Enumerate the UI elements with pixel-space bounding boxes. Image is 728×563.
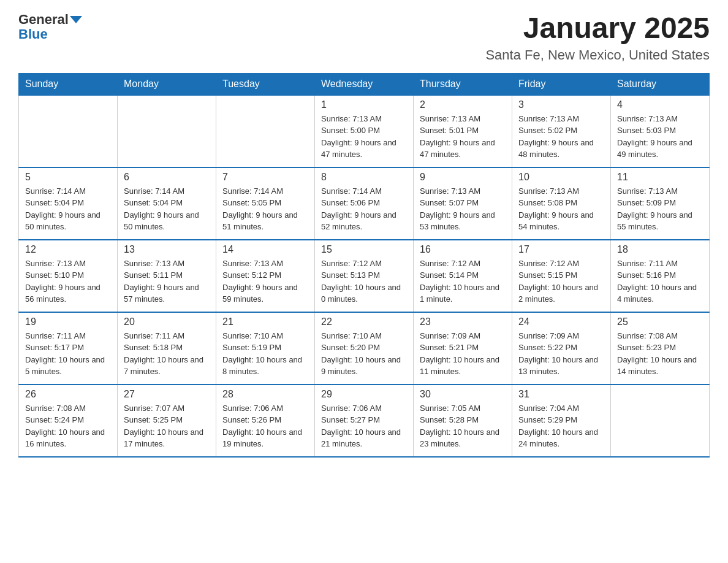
day-info: Sunrise: 7:12 AM Sunset: 5:14 PM Dayligh… bbox=[420, 258, 506, 305]
calendar-cell: 28Sunrise: 7:06 AM Sunset: 5:26 PM Dayli… bbox=[216, 385, 315, 457]
day-info: Sunrise: 7:13 AM Sunset: 5:09 PM Dayligh… bbox=[617, 185, 703, 233]
day-info: Sunrise: 7:12 AM Sunset: 5:13 PM Dayligh… bbox=[321, 258, 407, 305]
day-number: 19 bbox=[25, 316, 111, 327]
day-number: 26 bbox=[25, 389, 111, 400]
calendar-cell: 9Sunrise: 7:13 AM Sunset: 5:07 PM Daylig… bbox=[414, 167, 512, 240]
calendar-week-1: 1Sunrise: 7:13 AM Sunset: 5:00 PM Daylig… bbox=[19, 95, 710, 167]
day-info: Sunrise: 7:13 AM Sunset: 5:10 PM Dayligh… bbox=[25, 258, 111, 305]
calendar-header-tuesday: Tuesday bbox=[216, 73, 315, 95]
calendar-cell: 5Sunrise: 7:14 AM Sunset: 5:04 PM Daylig… bbox=[19, 167, 118, 240]
day-number: 7 bbox=[222, 172, 308, 183]
calendar-cell: 25Sunrise: 7:08 AM Sunset: 5:23 PM Dayli… bbox=[611, 312, 710, 385]
day-number: 13 bbox=[124, 244, 210, 255]
calendar-cell: 7Sunrise: 7:14 AM Sunset: 5:05 PM Daylig… bbox=[216, 167, 315, 240]
logo-arrow-icon bbox=[70, 16, 82, 23]
location-title: Santa Fe, New Mexico, United States bbox=[485, 47, 710, 63]
day-info: Sunrise: 7:13 AM Sunset: 5:02 PM Dayligh… bbox=[518, 113, 604, 161]
calendar-cell: 14Sunrise: 7:13 AM Sunset: 5:12 PM Dayli… bbox=[216, 240, 315, 312]
calendar-cell: 22Sunrise: 7:10 AM Sunset: 5:20 PM Dayli… bbox=[315, 312, 414, 385]
day-number: 25 bbox=[617, 316, 703, 327]
calendar-cell: 26Sunrise: 7:08 AM Sunset: 5:24 PM Dayli… bbox=[19, 385, 118, 457]
calendar-week-4: 19Sunrise: 7:11 AM Sunset: 5:17 PM Dayli… bbox=[19, 312, 710, 385]
calendar-cell: 16Sunrise: 7:12 AM Sunset: 5:14 PM Dayli… bbox=[414, 240, 512, 312]
calendar-cell: 11Sunrise: 7:13 AM Sunset: 5:09 PM Dayli… bbox=[611, 167, 710, 240]
calendar-cell bbox=[118, 95, 216, 167]
calendar-cell bbox=[611, 385, 710, 457]
day-number: 5 bbox=[25, 172, 111, 183]
day-number: 17 bbox=[518, 244, 604, 255]
page-header: General Blue January 2025 Santa Fe, New … bbox=[18, 12, 710, 63]
calendar-cell bbox=[19, 95, 118, 167]
calendar-cell: 29Sunrise: 7:06 AM Sunset: 5:27 PM Dayli… bbox=[315, 385, 414, 457]
calendar-cell: 8Sunrise: 7:14 AM Sunset: 5:06 PM Daylig… bbox=[315, 167, 414, 240]
day-info: Sunrise: 7:06 AM Sunset: 5:26 PM Dayligh… bbox=[222, 402, 308, 450]
calendar-cell: 21Sunrise: 7:10 AM Sunset: 5:19 PM Dayli… bbox=[216, 312, 315, 385]
day-number: 15 bbox=[321, 244, 407, 255]
day-number: 27 bbox=[124, 389, 210, 400]
calendar-week-2: 5Sunrise: 7:14 AM Sunset: 5:04 PM Daylig… bbox=[19, 167, 710, 240]
month-title: January 2025 bbox=[485, 12, 710, 45]
day-info: Sunrise: 7:08 AM Sunset: 5:24 PM Dayligh… bbox=[25, 402, 111, 450]
calendar-cell: 4Sunrise: 7:13 AM Sunset: 5:03 PM Daylig… bbox=[611, 95, 710, 167]
day-info: Sunrise: 7:13 AM Sunset: 5:12 PM Dayligh… bbox=[222, 258, 308, 305]
day-number: 2 bbox=[420, 99, 506, 110]
calendar-cell: 27Sunrise: 7:07 AM Sunset: 5:25 PM Dayli… bbox=[118, 385, 216, 457]
calendar-cell: 10Sunrise: 7:13 AM Sunset: 5:08 PM Dayli… bbox=[512, 167, 611, 240]
logo-general-text: General bbox=[18, 12, 69, 27]
calendar-cell: 18Sunrise: 7:11 AM Sunset: 5:16 PM Dayli… bbox=[611, 240, 710, 312]
day-info: Sunrise: 7:10 AM Sunset: 5:20 PM Dayligh… bbox=[321, 330, 407, 378]
day-number: 18 bbox=[617, 244, 703, 255]
calendar-cell: 17Sunrise: 7:12 AM Sunset: 5:15 PM Dayli… bbox=[512, 240, 611, 312]
calendar-header-row: SundayMondayTuesdayWednesdayThursdayFrid… bbox=[19, 73, 710, 95]
day-info: Sunrise: 7:11 AM Sunset: 5:17 PM Dayligh… bbox=[25, 330, 111, 378]
day-info: Sunrise: 7:12 AM Sunset: 5:15 PM Dayligh… bbox=[518, 258, 604, 305]
calendar-header-friday: Friday bbox=[512, 73, 611, 95]
day-info: Sunrise: 7:13 AM Sunset: 5:03 PM Dayligh… bbox=[617, 113, 703, 161]
day-number: 21 bbox=[222, 316, 308, 327]
calendar-cell: 3Sunrise: 7:13 AM Sunset: 5:02 PM Daylig… bbox=[512, 95, 611, 167]
day-number: 12 bbox=[25, 244, 111, 255]
day-info: Sunrise: 7:13 AM Sunset: 5:07 PM Dayligh… bbox=[420, 185, 506, 233]
day-info: Sunrise: 7:08 AM Sunset: 5:23 PM Dayligh… bbox=[617, 330, 703, 378]
calendar-cell: 12Sunrise: 7:13 AM Sunset: 5:10 PM Dayli… bbox=[19, 240, 118, 312]
calendar-cell: 2Sunrise: 7:13 AM Sunset: 5:01 PM Daylig… bbox=[414, 95, 512, 167]
day-info: Sunrise: 7:04 AM Sunset: 5:29 PM Dayligh… bbox=[518, 402, 604, 450]
day-info: Sunrise: 7:14 AM Sunset: 5:06 PM Dayligh… bbox=[321, 185, 407, 233]
calendar-cell: 30Sunrise: 7:05 AM Sunset: 5:28 PM Dayli… bbox=[414, 385, 512, 457]
day-info: Sunrise: 7:14 AM Sunset: 5:04 PM Dayligh… bbox=[124, 185, 210, 233]
title-section: January 2025 Santa Fe, New Mexico, Unite… bbox=[485, 12, 710, 63]
day-info: Sunrise: 7:13 AM Sunset: 5:00 PM Dayligh… bbox=[321, 113, 407, 161]
day-number: 24 bbox=[518, 316, 604, 327]
day-info: Sunrise: 7:07 AM Sunset: 5:25 PM Dayligh… bbox=[124, 402, 210, 450]
day-number: 6 bbox=[124, 172, 210, 183]
day-info: Sunrise: 7:06 AM Sunset: 5:27 PM Dayligh… bbox=[321, 402, 407, 450]
calendar-table: SundayMondayTuesdayWednesdayThursdayFrid… bbox=[18, 73, 710, 458]
day-number: 11 bbox=[617, 172, 703, 183]
day-number: 29 bbox=[321, 389, 407, 400]
calendar-header-thursday: Thursday bbox=[414, 73, 512, 95]
day-number: 8 bbox=[321, 172, 407, 183]
day-info: Sunrise: 7:09 AM Sunset: 5:21 PM Dayligh… bbox=[420, 330, 506, 378]
calendar-cell: 23Sunrise: 7:09 AM Sunset: 5:21 PM Dayli… bbox=[414, 312, 512, 385]
calendar-cell: 13Sunrise: 7:13 AM Sunset: 5:11 PM Dayli… bbox=[118, 240, 216, 312]
day-number: 31 bbox=[518, 389, 604, 400]
calendar-cell: 15Sunrise: 7:12 AM Sunset: 5:13 PM Dayli… bbox=[315, 240, 414, 312]
day-number: 20 bbox=[124, 316, 210, 327]
calendar-cell: 20Sunrise: 7:11 AM Sunset: 5:18 PM Dayli… bbox=[118, 312, 216, 385]
calendar-header-sunday: Sunday bbox=[19, 73, 118, 95]
day-number: 4 bbox=[617, 99, 703, 110]
calendar-header-monday: Monday bbox=[118, 73, 216, 95]
calendar-cell: 19Sunrise: 7:11 AM Sunset: 5:17 PM Dayli… bbox=[19, 312, 118, 385]
day-number: 23 bbox=[420, 316, 506, 327]
calendar-header-wednesday: Wednesday bbox=[315, 73, 414, 95]
day-info: Sunrise: 7:13 AM Sunset: 5:01 PM Dayligh… bbox=[420, 113, 506, 161]
calendar-cell: 1Sunrise: 7:13 AM Sunset: 5:00 PM Daylig… bbox=[315, 95, 414, 167]
calendar-week-3: 12Sunrise: 7:13 AM Sunset: 5:10 PM Dayli… bbox=[19, 240, 710, 312]
day-info: Sunrise: 7:13 AM Sunset: 5:11 PM Dayligh… bbox=[124, 258, 210, 305]
day-number: 28 bbox=[222, 389, 308, 400]
day-info: Sunrise: 7:11 AM Sunset: 5:16 PM Dayligh… bbox=[617, 258, 703, 305]
day-number: 1 bbox=[321, 99, 407, 110]
calendar-header-saturday: Saturday bbox=[611, 73, 710, 95]
day-number: 3 bbox=[518, 99, 604, 110]
day-info: Sunrise: 7:11 AM Sunset: 5:18 PM Dayligh… bbox=[124, 330, 210, 378]
